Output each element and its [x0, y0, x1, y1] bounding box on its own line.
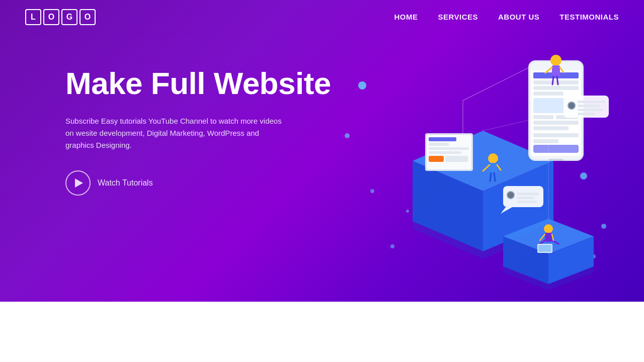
- svg-point-73: [544, 224, 553, 233]
- svg-point-1: [345, 133, 350, 138]
- play-circle-icon: [65, 170, 91, 196]
- svg-rect-78: [538, 245, 551, 252]
- play-triangle-icon: [75, 178, 83, 188]
- logo-letter-l: L: [25, 9, 41, 25]
- logo-letter-o1: O: [43, 9, 59, 25]
- svg-point-35: [508, 192, 514, 198]
- svg-point-55: [550, 55, 561, 66]
- nav-link-home[interactable]: HOME: [394, 13, 418, 21]
- nav-links: HOME SERVICES ABOUT US TESTIMONIALS: [394, 13, 619, 22]
- hero-content: Make Full Website Subscribe Easy tutoria…: [65, 65, 331, 196]
- logo: L O G O: [25, 9, 96, 25]
- svg-rect-36: [517, 193, 539, 195]
- svg-line-10: [463, 65, 533, 101]
- illustration-svg: [332, 35, 614, 297]
- svg-point-0: [358, 81, 366, 89]
- svg-point-2: [370, 189, 374, 193]
- svg-rect-45: [533, 92, 564, 96]
- svg-line-59: [552, 76, 553, 84]
- nav-item-about[interactable]: ABOUT US: [498, 13, 539, 22]
- svg-rect-23: [429, 151, 461, 154]
- svg-rect-74: [545, 233, 552, 242]
- svg-rect-51: [533, 133, 579, 137]
- svg-point-3: [580, 172, 587, 179]
- svg-rect-56: [552, 65, 560, 76]
- svg-rect-68: [578, 113, 595, 115]
- svg-rect-66: [578, 105, 600, 107]
- navbar: L O G O HOME SERVICES ABOUT US TESTIMONI…: [0, 0, 644, 34]
- svg-point-4: [601, 224, 606, 229]
- nav-item-home[interactable]: HOME: [394, 13, 418, 22]
- svg-rect-37: [517, 197, 534, 199]
- svg-rect-22: [429, 147, 469, 150]
- hero-illustration: [332, 35, 614, 297]
- svg-rect-50: [533, 126, 569, 130]
- svg-line-31: [494, 173, 495, 181]
- logo-letter-o2: O: [79, 9, 96, 25]
- hero-title: Make Full Website: [65, 65, 331, 101]
- nav-link-testimonials[interactable]: TESTIMONIALS: [559, 13, 619, 21]
- nav-link-services[interactable]: SERVICES: [438, 13, 478, 21]
- nav-item-testimonials[interactable]: TESTIMONIALS: [559, 13, 619, 22]
- svg-point-64: [569, 103, 575, 109]
- svg-rect-25: [445, 156, 468, 162]
- svg-rect-54: [548, 159, 564, 161]
- nav-link-about[interactable]: ABOUT US: [498, 13, 539, 21]
- svg-point-7: [390, 244, 394, 248]
- svg-line-30: [490, 173, 491, 181]
- nav-item-services[interactable]: SERVICES: [438, 13, 478, 22]
- svg-rect-27: [490, 163, 497, 173]
- svg-line-60: [557, 76, 558, 84]
- hero-subtitle: Subscribe Easy tutorials YouTube Channel…: [65, 115, 287, 151]
- svg-rect-53: [533, 145, 579, 153]
- svg-point-26: [488, 153, 498, 163]
- svg-rect-67: [578, 109, 603, 111]
- page-wrapper: L O G O HOME SERVICES ABOUT US TESTIMONI…: [0, 0, 644, 362]
- logo-letter-g: G: [61, 9, 77, 25]
- svg-rect-24: [429, 156, 444, 162]
- svg-rect-21: [429, 143, 449, 146]
- svg-point-8: [406, 210, 409, 213]
- watch-label: Watch Tutorials: [98, 178, 153, 188]
- watch-tutorials-button[interactable]: Watch Tutorials: [65, 170, 153, 196]
- svg-rect-38: [517, 201, 537, 203]
- svg-rect-49: [533, 121, 579, 125]
- svg-rect-52: [533, 139, 558, 143]
- svg-rect-20: [429, 137, 456, 141]
- svg-rect-65: [578, 101, 605, 103]
- svg-rect-44: [533, 86, 579, 90]
- svg-rect-43: [533, 80, 579, 84]
